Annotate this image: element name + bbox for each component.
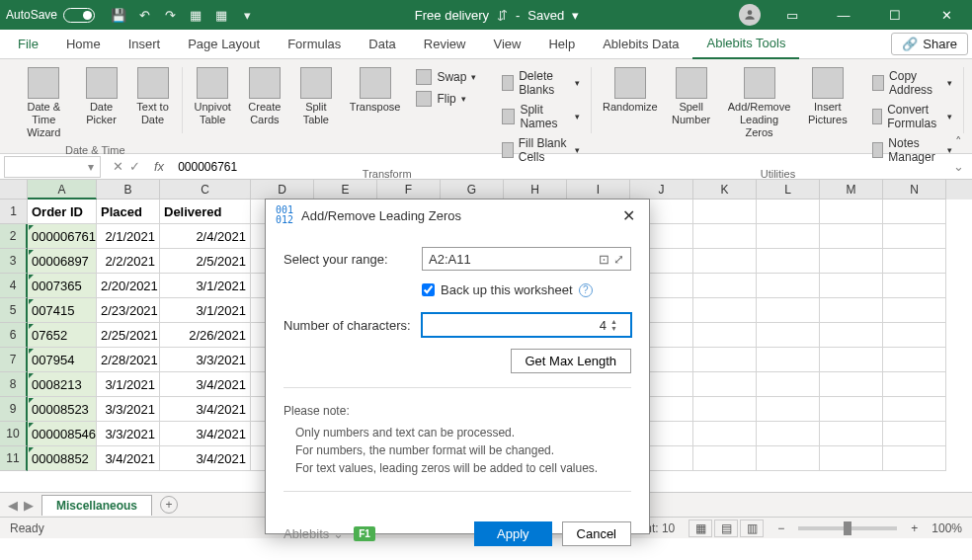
ribbon-randomize[interactable]: Randomize: [598, 65, 663, 142]
cell[interactable]: 3/1/2021: [160, 298, 251, 323]
view-break-icon[interactable]: ▥: [740, 520, 764, 537]
ribbon-text-to[interactable]: Text toDate: [129, 65, 177, 128]
ribbon-insert[interactable]: InsertPictures: [803, 65, 852, 142]
row-header[interactable]: 4: [0, 274, 28, 298]
ribbon-unpivot[interactable]: UnpivotTable: [189, 65, 237, 128]
cell[interactable]: [693, 372, 757, 397]
cell[interactable]: 3/1/2021: [97, 372, 160, 397]
cell[interactable]: [693, 224, 757, 249]
ribbon-fill-blank-cells[interactable]: Fill Blank Cells ▾: [496, 134, 585, 166]
column-header[interactable]: A: [28, 180, 97, 200]
cell[interactable]: [883, 224, 946, 249]
cancel-formula-icon[interactable]: ✕: [113, 159, 123, 174]
dialog-close-button[interactable]: ✕: [618, 202, 639, 229]
cell[interactable]: 2/20/2021: [97, 274, 160, 298]
cell[interactable]: 00008852: [28, 446, 97, 471]
column-header[interactable]: J: [630, 180, 693, 200]
cell[interactable]: [820, 422, 883, 446]
qat-icon-1[interactable]: ▦: [188, 7, 203, 23]
ribbon-flip[interactable]: Flip ▾: [410, 89, 482, 109]
column-header[interactable]: L: [757, 180, 820, 200]
add-sheet-button[interactable]: +: [160, 496, 178, 514]
zoom-slider[interactable]: [798, 526, 897, 530]
cell[interactable]: [820, 298, 883, 323]
cell[interactable]: [820, 446, 883, 471]
ribbon-spell[interactable]: SpellNumber: [667, 65, 716, 142]
view-normal-icon[interactable]: ▦: [688, 520, 712, 537]
cell[interactable]: 3/3/2021: [97, 397, 160, 422]
column-header[interactable]: D: [251, 180, 314, 200]
cell[interactable]: [883, 298, 946, 323]
cell[interactable]: [693, 422, 757, 446]
qat-icon-2[interactable]: ▦: [213, 7, 229, 23]
cell[interactable]: [757, 422, 820, 446]
cell[interactable]: 3/4/2021: [97, 446, 160, 471]
cell[interactable]: 000008546: [28, 422, 97, 446]
cell[interactable]: 2/23/2021: [97, 298, 160, 323]
tab-data[interactable]: Data: [355, 30, 409, 59]
minimize-button[interactable]: —: [824, 0, 863, 30]
tab-insert[interactable]: Insert: [115, 30, 175, 59]
ribbon-date[interactable]: DatePicker: [78, 65, 125, 128]
zoom-level[interactable]: 100%: [932, 521, 962, 535]
cell[interactable]: 3/4/2021: [160, 372, 251, 397]
name-box[interactable]: ▾: [4, 156, 101, 178]
expand-range-icon[interactable]: ⤢: [613, 252, 624, 267]
cell[interactable]: [883, 200, 946, 224]
row-header[interactable]: 6: [0, 323, 28, 348]
ribbon-split-names[interactable]: Split Names ▾: [496, 101, 585, 132]
cell[interactable]: 2/1/2021: [97, 224, 160, 249]
ribbon-copy-address[interactable]: Copy Address ▾: [866, 67, 958, 99]
cell[interactable]: [693, 298, 757, 323]
cancel-button[interactable]: Cancel: [562, 521, 631, 546]
cell[interactable]: [820, 274, 883, 298]
ribbon-split[interactable]: SplitTable: [292, 65, 340, 128]
maximize-button[interactable]: ☐: [875, 0, 915, 30]
ribbon-notes-manager[interactable]: Notes Manager ▾: [866, 134, 958, 166]
column-header[interactable]: M: [820, 180, 883, 200]
column-header[interactable]: B: [97, 180, 160, 200]
row-header[interactable]: 2: [0, 224, 28, 249]
cell[interactable]: [757, 372, 820, 397]
cell[interactable]: [693, 397, 757, 422]
cell[interactable]: [883, 274, 946, 298]
row-header[interactable]: 8: [0, 372, 28, 397]
ribbon-delete-blanks[interactable]: Delete Blanks ▾: [496, 67, 585, 99]
tab-formulas[interactable]: Formulas: [274, 30, 355, 59]
undo-icon[interactable]: ↶: [136, 7, 152, 23]
range-input[interactable]: A2:A11 ⊡ ⤢: [422, 247, 631, 271]
cell[interactable]: [757, 298, 820, 323]
column-header[interactable]: H: [504, 180, 567, 200]
column-header[interactable]: C: [160, 180, 251, 200]
ribbon-add-remove[interactable]: Add/RemoveLeading Zeros: [720, 65, 799, 142]
cell[interactable]: Delivered: [160, 200, 251, 224]
ribbon-create[interactable]: CreateCards: [241, 65, 288, 128]
row-header[interactable]: 3: [0, 249, 28, 274]
toggle-switch[interactable]: [63, 8, 95, 23]
row-header[interactable]: 9: [0, 397, 28, 422]
cell[interactable]: 2/26/2021: [160, 323, 251, 348]
cell[interactable]: [757, 397, 820, 422]
cell[interactable]: [820, 397, 883, 422]
redo-icon[interactable]: ↷: [162, 7, 178, 23]
cell[interactable]: [883, 446, 946, 471]
sheet-nav-prev-icon[interactable]: ◀: [8, 498, 18, 513]
select-all-corner[interactable]: [0, 180, 28, 200]
cell[interactable]: 2/28/2021: [97, 348, 160, 372]
cell[interactable]: [883, 323, 946, 348]
qat-dropdown-icon[interactable]: ▾: [239, 7, 255, 23]
cell[interactable]: [693, 446, 757, 471]
column-header[interactable]: K: [693, 180, 757, 200]
tab-ablebits-data[interactable]: Ablebits Data: [589, 30, 692, 59]
cell[interactable]: [820, 224, 883, 249]
apply-button[interactable]: Apply: [474, 521, 552, 546]
cell[interactable]: 3/1/2021: [160, 274, 251, 298]
row-header[interactable]: 1: [0, 200, 28, 224]
ribbon-transpose[interactable]: Transpose: [344, 65, 407, 128]
tab-ablebits-tools[interactable]: Ablebits Tools: [692, 30, 799, 59]
cell[interactable]: [757, 200, 820, 224]
tab-help[interactable]: Help: [534, 30, 589, 59]
cell[interactable]: 00006897: [28, 249, 97, 274]
spin-up-icon[interactable]: ▲: [610, 318, 624, 325]
cell[interactable]: [693, 249, 757, 274]
